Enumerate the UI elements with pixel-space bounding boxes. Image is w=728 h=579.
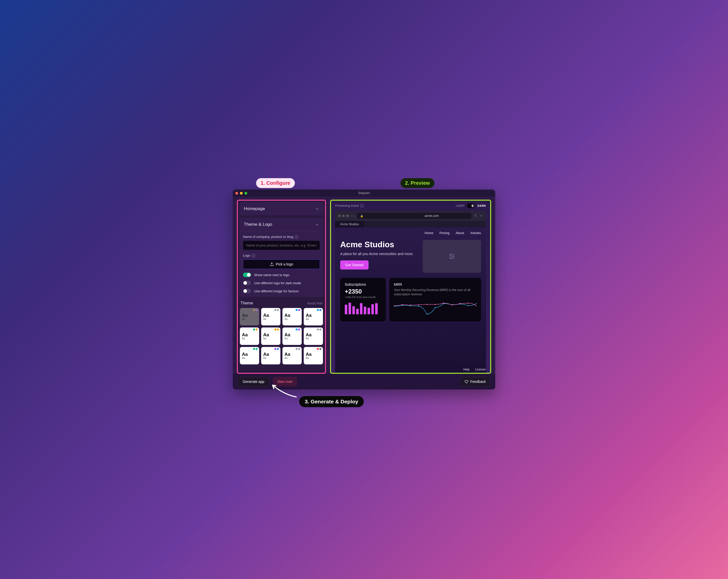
hero-title: Acme Studios [340,240,417,249]
start-over-button[interactable]: Start over [273,377,297,386]
toggle-favicon-label: Use different image for favicon [254,289,298,293]
theme-card[interactable]: AaAa [282,327,302,345]
info-icon[interactable]: i [252,254,255,257]
browser-back-icon[interactable]: ‹ [351,214,353,218]
toggle-dark-logo-label: Use different logo for dark mode [254,281,301,285]
license-link[interactable]: License [475,368,486,371]
hero-image-placeholder [423,240,481,273]
svg-point-22 [460,303,461,304]
nav-link[interactable]: About [456,231,464,235]
svg-point-19 [435,304,436,305]
generate-app-button[interactable]: Generate app [238,377,269,386]
info-icon[interactable]: i [294,235,298,239]
theme-card[interactable]: AaAa [240,308,259,325]
hero-subtitle: A place for all you Acme necessities and… [340,252,417,256]
theme-card[interactable]: AaAa [282,308,302,325]
lock-icon: 🔒 [360,215,363,217]
nav-link[interactable]: Pricing [440,231,450,235]
image-icon [449,254,455,259]
moon-icon: ◐ [472,204,474,207]
section-theme-logo-title: Theme & Logo [244,222,272,227]
toggle-show-name-label: Show name next to logo [254,273,289,277]
info-icon[interactable]: i [360,204,364,208]
logo-label: Logo i [243,254,320,257]
theme-current-name: Nordic Noir [307,302,322,305]
pick-logo-button[interactable]: Pick a logo [243,259,320,269]
toggle-favicon[interactable] [243,289,251,293]
theme-card[interactable]: AaAa [282,347,302,364]
toggle-dark-logo[interactable] [243,281,251,285]
theme-card[interactable]: AaAa [261,347,280,364]
browser-tab[interactable]: Acme Studios [335,221,364,227]
svg-point-7 [426,313,427,314]
theme-card[interactable]: AaAa [240,327,259,345]
theme-grid: AaAaAaAaAaAaAaAaAaAaAaAaAaAaAaAaAaAaAaAa… [239,308,323,364]
annotation-generate: 3. Generate & Deploy [299,396,364,407]
company-name-label: Name of company, product or blog i [243,235,320,239]
svg-point-20 [443,302,444,303]
theme-title: Theme [240,301,253,305]
feedback-button[interactable]: Feedback [460,377,490,386]
section-homepage-title: Homepage [244,206,265,211]
browser-traffic-lights [338,215,349,217]
app-window: Shipixen Homepage Theme & Logo [233,190,495,389]
svg-point-21 [451,304,452,305]
company-name-input[interactable] [243,241,320,250]
svg-point-17 [418,304,419,305]
svg-point-18 [426,304,427,305]
svg-point-16 [410,304,411,305]
get-started-button[interactable]: Get Started [340,260,369,270]
theme-mode-toggle[interactable]: ◐ [467,203,475,208]
upload-icon [270,262,274,266]
annotation-preview: 2. Preview [400,178,435,188]
subscriptions-title: Subscriptions [345,282,381,286]
nav-link[interactable]: Home [424,231,434,235]
browser-frame: ‹ › 🔒 acme.com ⇪ ＋ Acme Studio [335,211,486,373]
subscriptions-sub: +180.1% from last month [345,296,381,299]
svg-point-12 [468,305,469,306]
app-title: Shipixen [233,191,495,195]
theme-card[interactable]: AaAa [304,327,323,345]
section-homepage-header[interactable]: Homepage [239,202,323,215]
browser-forward-icon[interactable]: › [354,214,355,218]
configure-panel: Homepage Theme & Logo [237,200,326,374]
theme-card[interactable]: AaAa [304,308,323,325]
section-theme-logo-header[interactable]: Theme & Logo [239,218,323,231]
help-link[interactable]: Help [463,368,470,371]
svg-point-23 [468,302,469,303]
theme-card[interactable]: AaAa [240,347,259,364]
svg-point-2 [451,255,451,256]
toggle-show-name[interactable] [243,273,251,277]
svg-point-8 [435,307,436,308]
mrr-card: MRR Your Monthly Recurring Revenue (MRR)… [389,278,481,321]
dark-label: DARK [477,204,486,207]
section-theme-logo: Theme & Logo Name of company, product or… [239,218,323,297]
subscriptions-value: +2350 [345,288,381,295]
share-icon[interactable]: ⇪ [474,214,477,218]
svg-point-6 [418,306,419,307]
mrr-line-chart [394,299,476,317]
new-tab-icon[interactable]: ＋ [479,214,483,218]
nav-link[interactable]: Articles [470,231,481,235]
theme-card[interactable]: AaAa [261,327,280,345]
annotation-configure: 1. Configure [256,178,295,188]
subscriptions-card: Subscriptions +2350 +180.1% from last mo… [340,278,386,321]
theme-card[interactable]: AaAa [261,308,280,325]
section-theme: Theme Nordic Noir AaAaAaAaAaAaAaAaAaAaAa… [239,299,323,364]
titlebar: Shipixen [233,190,495,197]
subscriptions-bar-chart [345,302,381,314]
site-nav: HomePricingAboutArticles [340,231,481,235]
browser-url-bar[interactable]: 🔒 acme.com [357,213,471,219]
section-homepage: Homepage [239,202,323,215]
previewing-label: Previewing brand [335,204,359,208]
svg-point-15 [402,304,403,305]
heart-icon [465,380,468,384]
chevron-up-icon [315,223,319,226]
theme-card[interactable]: AaAa [304,347,323,364]
light-label: LIGHT [456,204,465,207]
mrr-title: MRR [394,282,476,286]
mrr-description: Your Monthly Recurring Revenue (MRR) is … [394,288,476,297]
preview-panel: Previewing brand i LIGHT ◐ DARK [330,200,491,374]
chevron-down-icon [315,207,319,211]
